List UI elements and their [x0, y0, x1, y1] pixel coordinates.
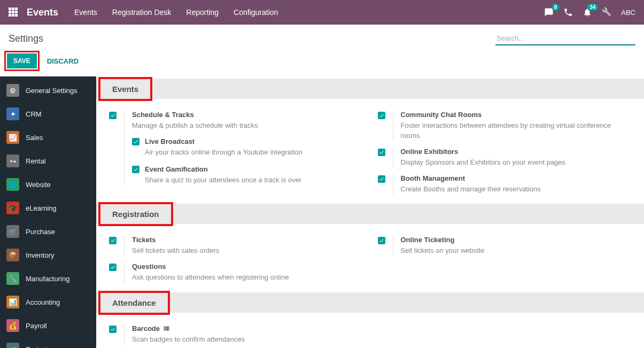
- sidebar-item-label: Rental: [26, 157, 46, 165]
- sidebar-item-elearning[interactable]: 🎓eLearning: [0, 196, 96, 220]
- sidebar-item-label: Purchase: [26, 228, 55, 236]
- setting-title: Booth Management: [401, 174, 632, 182]
- setting-title: Online Ticketing: [401, 236, 632, 244]
- setting-desc: Sell tickets with sales orders: [132, 246, 363, 256]
- setting-desc: Manage & publish a schedule with tracks: [132, 121, 363, 131]
- phone-icon[interactable]: [563, 7, 573, 17]
- setting-title: Schedule & Tracks: [132, 111, 363, 119]
- checkbox-booth-management[interactable]: [378, 175, 385, 183]
- search-input[interactable]: [495, 32, 635, 44]
- section-header-highlight: Events: [98, 77, 152, 101]
- sidebar-item-general-settings[interactable]: ⚙General Settings: [0, 79, 96, 102]
- setting-title: Event Gamification: [145, 165, 301, 173]
- setting-desc: Create Booths and manage their reservati…: [401, 184, 632, 195]
- menu-registration-desk[interactable]: Registration Desk: [112, 8, 172, 17]
- setting-title-text: Barcode: [132, 324, 160, 332]
- setting-desc: Share a quiz to your attendees once a tr…: [145, 175, 301, 185]
- setting-desc: Ask questions to attendees when register…: [132, 273, 363, 283]
- checkbox-event-gamification[interactable]: [132, 166, 139, 173]
- sidebar-item-payroll[interactable]: 💰Payroll: [0, 314, 96, 337]
- setting-tickets: Tickets Sell tickets with sales orders: [109, 233, 363, 259]
- sidebar-item-website[interactable]: 🌐Website: [0, 173, 96, 196]
- sidebar-item-rental[interactable]: 🗝Rental: [0, 149, 96, 173]
- checkbox-schedule-tracks[interactable]: [109, 112, 117, 119]
- checkbox-tickets[interactable]: [109, 237, 117, 244]
- attendance-settings-grid: Barcode Scan badges to confirm attendanc…: [96, 313, 644, 348]
- sub-setting-live-broadcast: Live Broadcast Air your tracks online th…: [132, 137, 363, 158]
- setting-title: Tickets: [132, 236, 363, 244]
- section-header-highlight: Registration: [98, 202, 173, 226]
- save-button[interactable]: SAVE: [7, 53, 37, 68]
- sidebar-item-label: Manufacturing: [26, 275, 69, 283]
- debug-icon[interactable]: [602, 7, 611, 18]
- sidebar-item-label: Payroll: [26, 322, 47, 330]
- section-header-events: Events: [100, 79, 150, 99]
- section-header-bar-events: Events: [96, 79, 644, 99]
- sidebar-item-crm[interactable]: ✦CRM: [0, 102, 96, 126]
- page-title: Settings: [9, 33, 43, 44]
- menu-reporting[interactable]: Reporting: [186, 8, 219, 17]
- sidebar-item-inventory[interactable]: 📦Inventory: [0, 243, 96, 267]
- save-highlight: SAVE: [4, 51, 40, 71]
- sidebar-item-manufacturing[interactable]: 🔧Manufacturing: [0, 267, 96, 290]
- checkbox-online-exhibitors[interactable]: [378, 149, 385, 156]
- section-header-attendance: Attendance: [100, 293, 168, 313]
- menu-events[interactable]: Events: [74, 8, 97, 17]
- title-bar: Settings: [0, 25, 644, 49]
- setting-desc: Air your tracks online through a Youtube…: [145, 148, 302, 158]
- sidebar-item-label: eLearning: [26, 204, 57, 212]
- section-header-bar-registration: Registration: [96, 204, 644, 224]
- settings-content: Events Schedule & Tracks Manage & publis…: [96, 76, 644, 348]
- setting-desc: Scan badges to confirm attendances: [132, 335, 363, 345]
- setting-title: Questions: [132, 262, 363, 270]
- sidebar-item-purchase[interactable]: 🛒Purchase: [0, 220, 96, 243]
- setting-desc: Display Sponsors and Exhibitors on your …: [401, 158, 632, 168]
- events-settings-grid: Schedule & Tracks Manage & publish a sch…: [96, 99, 644, 202]
- apps-menu-icon[interactable]: [9, 7, 18, 17]
- sidebar-item-accounting[interactable]: 📊Accounting: [0, 290, 96, 314]
- top-navbar: Events Events Registration Desk Reportin…: [0, 0, 644, 25]
- sidebar-item-sales[interactable]: 📈Sales: [0, 126, 96, 149]
- menu-configuration[interactable]: Configuration: [234, 8, 278, 17]
- setting-barcode: Barcode Scan badges to confirm attendanc…: [109, 321, 363, 348]
- user-menu[interactable]: ABC: [621, 9, 635, 17]
- setting-title: Barcode: [132, 324, 363, 332]
- registration-settings-grid: Tickets Sell tickets with sales orders Q…: [96, 224, 644, 290]
- sidebar-item-label: Inventory: [26, 251, 54, 259]
- main: ⚙General Settings ✦CRM 📈Sales 🗝Rental 🌐W…: [0, 76, 644, 348]
- action-row: SAVE DISCARD: [0, 49, 644, 76]
- sub-setting-event-gamification: Event Gamification Share a quiz to your …: [132, 165, 363, 185]
- setting-online-exhibitors: Online Exhibitors Display Sponsors and E…: [378, 144, 632, 171]
- discuss-badge: 8: [552, 4, 560, 11]
- activity-icon[interactable]: 34: [583, 7, 592, 17]
- setting-desc: Foster interactions between attendees by…: [401, 121, 632, 141]
- checkbox-online-ticketing[interactable]: [378, 237, 385, 244]
- setting-schedule-tracks: Schedule & Tracks Manage & publish a sch…: [109, 107, 363, 189]
- sidebar-item-label: CRM: [26, 110, 42, 118]
- setting-desc: Sell tickets on your website: [401, 246, 632, 256]
- checkbox-barcode[interactable]: [109, 326, 117, 333]
- setting-title: Online Exhibitors: [401, 148, 632, 156]
- brand-title: Events: [27, 7, 58, 18]
- section-header-bar-attendance: Attendance: [96, 292, 644, 313]
- sidebar-item-label: Accounting: [26, 298, 60, 306]
- sidebar-item-project[interactable]: ✔Project: [0, 337, 96, 348]
- top-menu: Events Registration Desk Reporting Confi…: [74, 8, 278, 17]
- section-header-highlight: Attendance: [98, 291, 170, 315]
- checkbox-live-broadcast[interactable]: [132, 138, 139, 145]
- discuss-icon[interactable]: 8: [544, 7, 554, 17]
- search-wrap: [495, 32, 635, 45]
- sidebar-item-label: General Settings: [26, 87, 77, 95]
- sidebar-item-label: Website: [26, 181, 51, 189]
- sidebar-item-label: Project: [26, 345, 47, 349]
- checkbox-community-chat-rooms[interactable]: [378, 112, 385, 119]
- section-header-registration: Registration: [100, 204, 171, 224]
- checkbox-questions[interactable]: [109, 264, 117, 271]
- setting-title: Community Chat Rooms: [401, 111, 632, 119]
- barcode-icon: [163, 325, 170, 332]
- setting-questions: Questions Ask questions to attendees whe…: [109, 259, 363, 286]
- setting-title: Live Broadcast: [145, 137, 302, 145]
- discard-button[interactable]: DISCARD: [47, 57, 79, 65]
- sidebar-item-label: Sales: [26, 134, 43, 142]
- setting-online-ticketing: Online Ticketing Sell tickets on your we…: [378, 233, 632, 259]
